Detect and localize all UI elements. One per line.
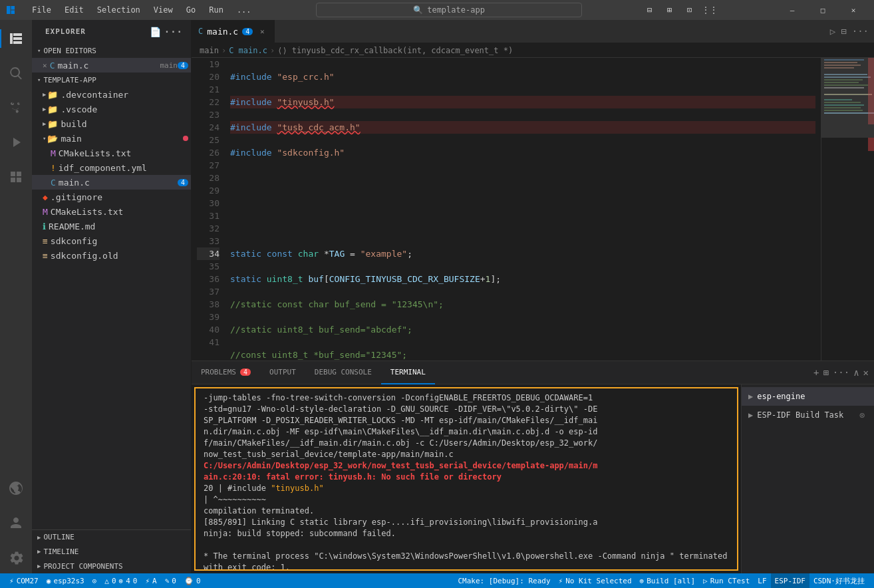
panel: PROBLEMS 4 OUTPUT DEBUG CONSOLE TERMINAL… <box>192 361 874 573</box>
status-cmake[interactable]: CMake: [Debug]: Ready <box>454 573 555 588</box>
more-actions-icon[interactable]: ··· <box>852 26 869 37</box>
status-run-ctest[interactable]: ▷ Run CTest <box>699 573 754 588</box>
terminal-name: esp-engine <box>757 392 805 401</box>
readme-file[interactable]: ℹ README.md <box>32 219 191 233</box>
panel-more-icon[interactable]: ··· <box>833 367 849 378</box>
sidebar-new-file-icon[interactable]: 📄 <box>150 27 162 37</box>
sidebar-more-icon[interactable]: ··· <box>164 27 183 37</box>
tab-terminal[interactable]: TERMINAL <box>381 361 435 384</box>
panel-maximize-icon[interactable]: ∧ <box>853 367 859 378</box>
menu-go[interactable]: Go <box>181 4 201 16</box>
activity-search[interactable] <box>0 57 32 89</box>
tab-close-button[interactable]: ✕ <box>257 26 267 37</box>
close-button[interactable]: ✕ <box>838 0 869 20</box>
outline-section-header[interactable]: ▶ OUTLINE <box>32 529 191 544</box>
cmake-file-root[interactable]: M CMakeLists.txt <box>32 204 191 219</box>
menu-run[interactable]: Run <box>204 4 229 16</box>
sdkconfig-file[interactable]: ≡ sdkconfig <box>32 233 191 248</box>
window-controls: — □ ✕ <box>777 0 869 20</box>
action-icon: ⚡ <box>145 577 150 585</box>
error-count: 0 <box>112 577 116 585</box>
devcontainer-folder[interactable]: ▶ 📁 .devcontainer <box>32 87 191 102</box>
terminal-close-icon[interactable]: ⊗ <box>857 410 867 420</box>
run-icon[interactable]: ▷ <box>830 26 835 37</box>
activity-accounts[interactable] <box>0 507 32 539</box>
status-esp-idf[interactable]: ESP-IDF <box>771 573 809 588</box>
gitignore-file[interactable]: ◆ .gitignore <box>32 190 191 204</box>
activity-extensions[interactable] <box>0 161 32 193</box>
status-build[interactable]: ⊕ Build [all] <box>636 573 699 588</box>
readme-icon: ℹ <box>43 221 46 231</box>
status-edit[interactable]: ✎ 0 <box>161 573 180 588</box>
activity-settings[interactable] <box>0 541 32 573</box>
tab-debug-console[interactable]: DEBUG CONSOLE <box>305 361 381 384</box>
idf-component-file[interactable]: ! idf_component.yml <box>32 160 191 175</box>
menu-file[interactable]: File <box>27 4 57 16</box>
layout-btn-3[interactable]: ⊡ <box>682 3 698 17</box>
cmake-icon: M <box>43 207 48 217</box>
terminal-line-12: * The terminal process "C:\windows\Syste… <box>204 551 727 571</box>
main-c-file[interactable]: C main.c 4 <box>32 175 191 190</box>
minimap[interactable] <box>821 58 874 361</box>
layout-btn-4[interactable]: ⋮⋮ <box>702 3 718 17</box>
tab-output[interactable]: OUTPUT <box>260 361 305 384</box>
terminal[interactable]: -jump-tables -fno-tree-switch-conversion… <box>194 387 738 571</box>
terminal-esp-engine[interactable]: ▶ esp-engine <box>742 387 874 406</box>
search-bar[interactable]: 🔍 template-app <box>316 3 582 17</box>
activity-remote[interactable] <box>0 472 32 504</box>
breadcrumb-function[interactable]: ⟨⟩ tinyusb_cdc_rx_callback(int, cdcacm_e… <box>277 46 513 55</box>
close-icon[interactable]: ✕ <box>43 61 47 70</box>
clock-icon: ⌚ <box>184 577 194 585</box>
terminal-esp-idf-build[interactable]: ▶ ESP-IDF Build Task ⊗ <box>742 406 874 424</box>
layout-buttons: ⊟ ⊞ ⊡ ⋮⋮ <box>642 3 718 17</box>
vscode-folder[interactable]: ▶ 📁 .vscode <box>32 102 191 116</box>
status-kit[interactable]: ⚡ No Kit Selected <box>555 573 636 588</box>
status-lf[interactable]: LF <box>754 573 770 588</box>
status-errors[interactable]: △ 0 ⊗ 4 0 <box>100 573 141 588</box>
sdkconfig-old-file[interactable]: ≡ sdkconfig.old <box>32 248 191 263</box>
menu-edit[interactable]: Edit <box>59 4 89 16</box>
activity-source-control[interactable] <box>0 92 32 124</box>
menu-view[interactable]: View <box>148 4 178 16</box>
maximize-button[interactable]: □ <box>807 0 838 20</box>
activity-run-debug[interactable] <box>0 126 32 158</box>
code-content[interactable]: #include "esp_crc.h" #include "tinyusb.h… <box>225 58 821 361</box>
status-csdn[interactable]: CSDN·好书龙挂 <box>809 573 869 588</box>
cmake-label: CMake: [Debug]: Ready <box>458 577 551 585</box>
terminal-line-5: f/main/CMakeFiles/__idf_main.dir/main.c.… <box>204 438 597 448</box>
terminal-error-line-1: C:/Users/Admin/Desktop/esp_32_work/now_t… <box>204 461 597 470</box>
panel-close-icon[interactable]: ✕ <box>863 367 869 378</box>
breadcrumb-file[interactable]: C main.c <box>229 46 267 55</box>
menu-more[interactable]: ... <box>231 4 257 16</box>
status-clock[interactable]: ⌚ 0 <box>180 573 205 588</box>
status-action[interactable]: ⚡ A <box>141 573 160 588</box>
split-editor-icon[interactable]: ⊟ <box>841 26 846 37</box>
status-port[interactable]: ⚡ COM27 <box>5 573 43 588</box>
open-editors-header[interactable]: ▾ OPEN EDITORS <box>32 43 191 58</box>
breadcrumb-main[interactable]: main <box>200 46 219 55</box>
tab-main-c[interactable]: C main.c 4 ✕ <box>192 20 275 43</box>
chevron-down-icon: ▾ <box>43 135 46 142</box>
minimize-button[interactable]: — <box>777 0 807 20</box>
layout-btn-1[interactable]: ⊟ <box>642 3 658 17</box>
tab-problems[interactable]: PROBLEMS 4 <box>192 361 260 384</box>
main-folder[interactable]: ▾ 📂 main <box>32 131 191 146</box>
cmake-file-main[interactable]: M CMakeLists.txt <box>32 146 191 160</box>
terminal-line-6: now_test_tusb_serial_device/template-app… <box>204 450 454 459</box>
status-chip[interactable]: ◉ esp32s3 <box>43 573 88 588</box>
build-folder[interactable]: ▶ 📁 build <box>32 116 191 131</box>
layout-btn-2[interactable]: ⊞ <box>662 3 678 17</box>
open-editor-main-c[interactable]: ✕ C main.c main 4 <box>32 58 191 73</box>
timeline-section-header[interactable]: ▶ TIMELINE <box>32 544 191 559</box>
status-circle[interactable]: ⊙ <box>88 573 101 588</box>
code-editor[interactable]: 19 20 21 22 23 24 25 26 27 28 29 30 31 3… <box>192 58 821 361</box>
template-app-header[interactable]: ▾ TEMPLATE-APP <box>32 73 191 87</box>
activity-explorer[interactable] <box>0 23 32 55</box>
tab-bar-actions: ▷ ⊟ ··· <box>825 20 874 43</box>
editor-path-label: main <box>160 61 178 70</box>
menu-selection[interactable]: Selection <box>92 4 146 16</box>
project-components-section-header[interactable]: ▶ PROJECT COMPONENTS <box>32 559 191 573</box>
add-terminal-icon[interactable]: + <box>813 367 819 378</box>
sidebar-title: EXPLORER 📄 ··· <box>32 20 191 43</box>
split-terminal-icon[interactable]: ⊞ <box>823 367 828 378</box>
